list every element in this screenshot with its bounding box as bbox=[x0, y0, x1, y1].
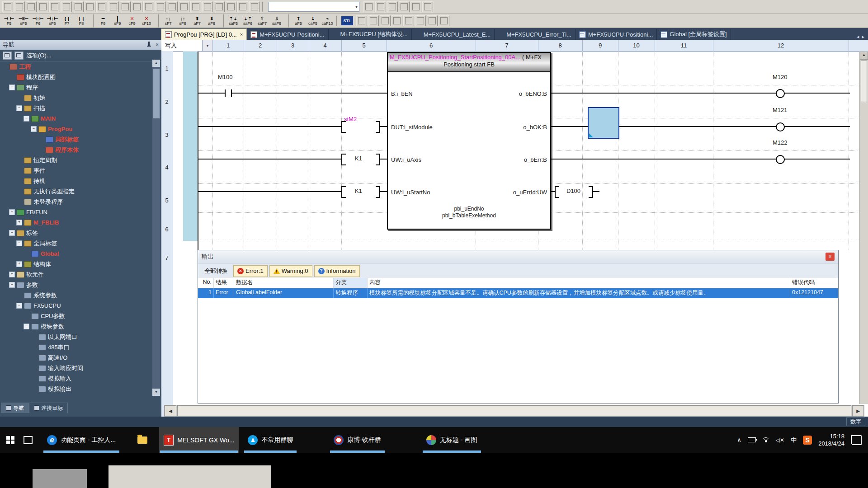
scrollbar-thumb[interactable] bbox=[861, 61, 867, 102]
tree-item[interactable]: 模拟输出 bbox=[0, 384, 152, 394]
toolbar-icon[interactable] bbox=[387, 1, 398, 12]
ladder-symbol-button[interactable]: ↧ caF5 bbox=[306, 14, 320, 28]
tree-item[interactable]: − FX5UCPU bbox=[0, 300, 152, 311]
toolbar-icon[interactable] bbox=[415, 15, 426, 26]
tree-item[interactable]: + 软元件 bbox=[0, 269, 152, 280]
ladder-symbol-button[interactable]: ↥ aF5 bbox=[288, 14, 306, 28]
tree-expander-icon[interactable]: − bbox=[16, 240, 22, 246]
ladder-symbol-button[interactable]: ⊣↑⊢ F6 bbox=[31, 14, 45, 28]
toolbar-icon[interactable] bbox=[410, 1, 421, 12]
open-contact-symbol[interactable] bbox=[225, 89, 226, 97]
output-panel-titlebar[interactable]: 输出 × bbox=[198, 250, 838, 263]
ladder-symbol-button[interactable]: ⇧ saF7 bbox=[255, 14, 269, 28]
editor-vscrollbar[interactable]: ▲ bbox=[859, 52, 868, 404]
tree-expander-icon[interactable]: − bbox=[24, 324, 29, 329]
tab-positioning-1[interactable]: M+FX5UCPU-Positioni... bbox=[247, 29, 328, 40]
tree-collapse-icon[interactable] bbox=[3, 52, 12, 60]
tab-all-conversion[interactable]: 全部转换 bbox=[201, 266, 231, 277]
toolbar-icon[interactable] bbox=[167, 1, 178, 12]
error-row[interactable]: 1 Error GlobalLabelFolder 转换程序 模块标签所需的模块… bbox=[198, 288, 838, 298]
scroll-down-icon[interactable]: ▼ bbox=[152, 389, 160, 396]
tree-item[interactable]: + 结构体 bbox=[0, 259, 152, 269]
toolbar-icon[interactable] bbox=[132, 1, 142, 12]
toolbar-icon[interactable] bbox=[363, 1, 374, 12]
col-result[interactable]: 结果 bbox=[214, 278, 234, 288]
ladder-symbol-button[interactable]: ⇣⇡ saF6 bbox=[241, 14, 255, 28]
device-label[interactable]: D100 bbox=[566, 188, 580, 194]
tree-expander-icon[interactable]: + bbox=[16, 220, 22, 225]
tree-item[interactable]: 模拟输入 bbox=[0, 373, 152, 384]
toolbar-icon[interactable] bbox=[108, 1, 119, 12]
tree-item[interactable]: 模块配置图 bbox=[0, 72, 152, 82]
tree-item[interactable]: 以太网端口 bbox=[0, 332, 152, 342]
tab-error-time[interactable]: M+FX5UCPU_Error_Ti... bbox=[495, 29, 576, 40]
tree-item[interactable]: − 参数 bbox=[0, 280, 152, 290]
tab-struct-settings[interactable]: M+FX5UCPU [结构体设... bbox=[329, 29, 412, 40]
toolbar-icon[interactable] bbox=[49, 1, 60, 12]
close-icon[interactable]: × bbox=[156, 42, 159, 48]
device-label[interactable]: M122 bbox=[773, 139, 788, 146]
tree-item[interactable]: − 程序 bbox=[0, 82, 152, 93]
toolbar-icon[interactable] bbox=[356, 15, 367, 26]
ladder-symbol-button[interactable]: ⊣ ⊢ F5 bbox=[2, 14, 16, 28]
toolbar-icon[interactable] bbox=[14, 1, 25, 12]
ladder-symbol-button[interactable]: [ ] F8 bbox=[74, 14, 89, 28]
ladder-symbol-button[interactable]: ⊣/⊢ sF5 bbox=[16, 14, 31, 28]
tree-item[interactable]: + FB/FUN bbox=[0, 207, 152, 217]
ladder-symbol-button[interactable]: ⇞ aF7 bbox=[190, 14, 204, 28]
taskbar-melsoft[interactable]: T MELSOFT GX Wo... bbox=[159, 427, 239, 453]
tree-item[interactable]: + M_FBLIB bbox=[0, 217, 152, 228]
tree-item[interactable]: 工程 bbox=[0, 61, 152, 72]
tree-item[interactable]: 系统参数 bbox=[0, 290, 152, 300]
device-label[interactable]: stM2 bbox=[344, 116, 357, 122]
tree-item[interactable]: 初始 bbox=[0, 93, 152, 103]
taskbar-edge[interactable]: e 功能页面 - 工控人... bbox=[42, 427, 120, 453]
tree-item[interactable]: 待机 bbox=[0, 176, 152, 186]
device-label[interactable]: K1 bbox=[355, 188, 362, 194]
toolbar-icon[interactable] bbox=[26, 1, 37, 12]
editor-hscrollbar[interactable]: ◀ ▶ bbox=[164, 405, 864, 417]
close-icon[interactable]: × bbox=[240, 32, 243, 37]
ladder-symbol-button[interactable]: ⇩ saF8 bbox=[269, 14, 284, 28]
wifi-icon[interactable] bbox=[762, 437, 769, 443]
chevron-down-icon[interactable]: ▾ bbox=[203, 40, 213, 51]
coil-symbol[interactable] bbox=[776, 155, 785, 164]
tree-item[interactable]: − ProgPou bbox=[0, 124, 152, 134]
options-link[interactable]: 选项(O)... bbox=[26, 52, 52, 60]
tree-expander-icon[interactable]: − bbox=[16, 303, 22, 309]
taskbar-kangbo-group[interactable]: 康博-铁杆群 bbox=[329, 427, 386, 453]
toolbar-icon[interactable] bbox=[120, 1, 131, 12]
tab-progpou[interactable]: ProgPou [PRG] [LD] 0... × bbox=[161, 28, 247, 40]
tab-positioning-2[interactable]: M+FX5UCPU-Positioni... bbox=[576, 29, 657, 40]
tree-item[interactable]: − 扫描 bbox=[0, 103, 152, 113]
edit-mode-selector[interactable]: 写入 bbox=[161, 40, 203, 51]
ladder-symbol-button[interactable]: ( ) F7 bbox=[60, 14, 74, 28]
toolbar-icon[interactable] bbox=[61, 1, 72, 12]
scroll-right-icon[interactable]: ▶ bbox=[852, 405, 864, 416]
function-block[interactable]: M_FX5UCPU_Positioning_StartPositioning_0… bbox=[387, 52, 551, 230]
tree-expander-icon[interactable]: + bbox=[9, 272, 15, 277]
toolbar-icon[interactable] bbox=[380, 15, 391, 26]
col-error-code[interactable]: 错误代码 bbox=[790, 278, 837, 288]
toolbar-icon[interactable] bbox=[202, 1, 213, 12]
toolbar-icon[interactable] bbox=[375, 1, 386, 12]
scroll-left-icon[interactable]: ◀ bbox=[165, 405, 176, 416]
tab-scroll-left-icon[interactable]: ◂ bbox=[857, 34, 859, 40]
coil-symbol[interactable] bbox=[776, 122, 785, 131]
toolbar-icon[interactable] bbox=[368, 15, 379, 26]
toolbar-icon[interactable] bbox=[249, 1, 260, 12]
tree-item[interactable]: 无执行类型指定 bbox=[0, 186, 152, 197]
tree-item[interactable]: − 全局标签 bbox=[0, 238, 152, 249]
tree-item[interactable]: − 模块参数 bbox=[0, 321, 152, 332]
start-button[interactable] bbox=[2, 427, 19, 453]
toolbar-icon[interactable] bbox=[422, 1, 433, 12]
scrollbar-thumb[interactable] bbox=[153, 69, 160, 118]
toolbar-icon[interactable] bbox=[2, 1, 13, 12]
sogou-input-icon[interactable]: S bbox=[803, 436, 812, 445]
task-view-button[interactable] bbox=[19, 427, 37, 453]
ladder-symbol-button[interactable]: ⇡⇣ saF5 bbox=[223, 14, 241, 28]
tray-expand-icon[interactable]: ∧ bbox=[737, 436, 741, 443]
tree-expander-icon[interactable]: + bbox=[9, 209, 15, 215]
tree-item[interactable]: 输入响应时间 bbox=[0, 363, 152, 373]
tree-expander-icon[interactable]: − bbox=[31, 126, 37, 132]
